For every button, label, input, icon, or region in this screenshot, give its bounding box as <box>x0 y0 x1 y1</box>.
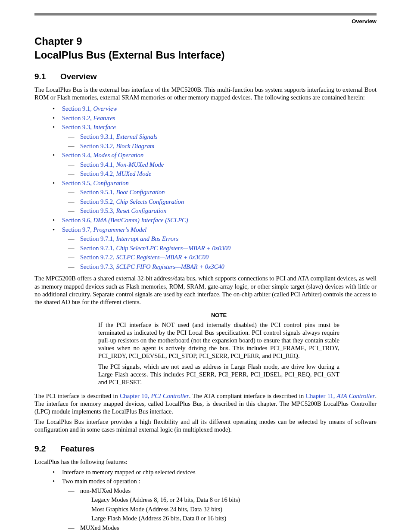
xref-title: MUXed Mode <box>116 170 151 177</box>
xref-title: Overview <box>93 105 118 112</box>
xref-ref: Chapter 10 <box>120 392 148 399</box>
xref-ref: Section 9.5.1 <box>80 189 113 196</box>
header-section-label: Overview <box>34 18 377 25</box>
overview-intro: The LocalPlus Bus is the external bus in… <box>34 86 377 101</box>
toc-item: Section 9.7.1, Chip Select/LPC Registers… <box>68 244 377 253</box>
xref-title: External Signals <box>116 133 157 140</box>
toc-link[interactable]: Section 9.3.2, Block Diagram <box>80 143 154 149</box>
toc-list: Section 9.1, OverviewSection 9.2, Featur… <box>34 105 377 271</box>
section-9-2-heading: 9.2Features <box>34 444 377 454</box>
feature-text: MUXed Modes <box>80 524 119 531</box>
feature-text: Legacy Modes (Address 8, 16, or 24 bits,… <box>91 496 240 503</box>
toc-item: Section 9.5.2, Chip Selects Configuratio… <box>68 198 377 206</box>
features-intro: LocalPlus has the following features: <box>34 458 377 466</box>
toc-link[interactable]: Section 9.5.2, Chip Selects Configuratio… <box>80 198 184 205</box>
link-chapter-10[interactable]: Chapter 10, PCI Controller <box>120 392 189 399</box>
toc-link[interactable]: Section 9.7.2, SCLPC Registers—MBAR + 0x… <box>80 254 209 261</box>
toc-link[interactable]: Section 9.7.1, Interrupt and Bus Errors <box>80 235 178 242</box>
xref-ref: Section 9.5.2 <box>80 198 113 205</box>
xref-ref: Section 9.7.2 <box>80 254 113 261</box>
toc-item: Section 9.3.1, External Signals <box>68 133 377 141</box>
features-list: Interface to memory mapped or chip selec… <box>34 468 377 532</box>
xref-ref: Section 9.5.3 <box>80 207 113 214</box>
toc-link[interactable]: Section 9.5.1, Boot Configuration <box>80 189 165 196</box>
xref-title: Reset Configuration <box>116 207 166 214</box>
toc-item: Section 9.2, Features <box>53 114 377 123</box>
toc-item: Section 9.4.1, Non-MUXed Mode <box>68 161 377 169</box>
xref-ref: Section 9.2 <box>62 115 90 121</box>
feature-item: non-MUXed Modes <box>68 487 377 495</box>
xref-ref: Section 9.6 <box>62 217 90 224</box>
header-rule <box>34 13 377 16</box>
note-para-2: The PCI signals, which are not used as a… <box>98 363 339 386</box>
page: Overview Chapter 9 LocalPlus Bus (Extern… <box>0 0 411 532</box>
xref-ref: Section 9.3 <box>62 124 90 131</box>
chapter-number: Chapter 9 <box>34 35 377 48</box>
xref-ref: Section 9.4.2 <box>80 170 113 177</box>
xref-ref: Section 9.7.3 <box>80 263 113 270</box>
xref-title: DMA (BestComm) Interface (SCLPC) <box>93 217 188 224</box>
feature-text: Interface to memory mapped or chip selec… <box>62 469 196 476</box>
chapter-title: LocalPlus Bus (External Bus Interface) <box>34 49 377 62</box>
toc-item: Section 9.4, Modes of Operation <box>53 151 377 160</box>
toc-link[interactable]: Section 9.2, Features <box>62 115 115 121</box>
note-block: NOTE If the PCI interface is NOT used (a… <box>98 312 339 386</box>
xref-ref: Section 9.7.1 <box>80 235 113 242</box>
toc-link[interactable]: Section 9.1, Overview <box>62 105 117 112</box>
toc-link[interactable]: Section 9.6, DMA (BestComm) Interface (S… <box>62 217 188 224</box>
toc-link[interactable]: Section 9.7, Programmer's Model <box>62 226 146 233</box>
toc-link[interactable]: Section 9.5, Configuration <box>62 180 129 187</box>
toc-item: Section 9.4.2, MUXed Mode <box>68 170 377 178</box>
toc-link[interactable]: Section 9.3.1, External Signals <box>80 133 158 140</box>
feature-item: Two main modes of operation : <box>53 477 377 486</box>
xref-title: Block Diagram <box>116 143 154 149</box>
toc-item: Section 9.5.1, Boot Configuration <box>68 188 377 197</box>
toc-item: Section 9.7, Programmer's Model <box>53 226 377 234</box>
overview-para4: The LocalPlus Bus interface provides a h… <box>34 418 377 433</box>
section-title: Overview <box>60 72 97 81</box>
feature-text: non-MUXed Modes <box>80 487 131 494</box>
toc-link[interactable]: Section 9.7.3, SCLPC FIFO Registers—MBAR… <box>80 263 224 270</box>
xref-title: Interrupt and Bus Errors <box>116 235 178 242</box>
feature-item: Interface to memory mapped or chip selec… <box>53 468 377 477</box>
xref-ref: Section 9.3.2 <box>80 143 113 149</box>
feature-text: Most Graphics Mode (Address 24 bits, Dat… <box>91 506 222 513</box>
xref-title: Boot Configuration <box>116 189 165 196</box>
text: . The ATA compliant interface is describ… <box>189 392 306 399</box>
text: The PCI interface is described in <box>34 392 120 399</box>
toc-link[interactable]: Section 9.4.2, MUXed Mode <box>80 170 151 177</box>
xref-title: SCLPC Registers—MBAR + 0x3C00 <box>116 254 209 261</box>
feature-item: Large Flash Mode (Address 26 bits, Data … <box>91 514 377 523</box>
feature-text: Large Flash Mode (Address 26 bits, Data … <box>91 515 226 522</box>
feature-item: Most Graphics Mode (Address 24 bits, Dat… <box>91 505 377 514</box>
xref-title: Chip Selects Configuration <box>116 198 184 205</box>
link-chapter-11[interactable]: Chapter 11, ATA Controller <box>305 392 375 399</box>
toc-item: Section 9.5, Configuration <box>53 179 377 188</box>
xref-title: PCI Controller <box>151 392 189 399</box>
section-number: 9.1 <box>34 72 60 81</box>
feature-item: MUXed Modes <box>68 524 377 532</box>
xref-title: Chip Select/LPC Registers—MBAR + 0x0300 <box>116 245 230 252</box>
xref-ref: Section 9.7 <box>62 226 90 233</box>
xref-ref: Chapter 11 <box>305 392 333 399</box>
xref-ref: Section 9.4.1 <box>80 161 113 168</box>
toc-item: Section 9.1, Overview <box>53 105 377 113</box>
toc-link[interactable]: Section 9.3, Interface <box>62 124 116 131</box>
xref-title: Programmer's Model <box>93 226 147 233</box>
xref-ref: Section 9.7.1 <box>80 245 113 252</box>
toc-link[interactable]: Section 9.4, Modes of Operation <box>62 152 143 159</box>
xref-title: Configuration <box>93 180 129 187</box>
xref-title: Interface <box>93 124 116 131</box>
xref-title: SCLPC FIFO Registers—MBAR + 0x3C40 <box>116 263 224 270</box>
overview-para3: The PCI interface is described in Chapte… <box>34 392 377 415</box>
feature-item: Legacy Modes (Address 8, 16, or 24 bits,… <box>91 496 377 504</box>
toc-link[interactable]: Section 9.5.3, Reset Configuration <box>80 207 167 214</box>
xref-title: ATA Controller <box>337 392 375 399</box>
toc-link[interactable]: Section 9.4.1, Non-MUXed Mode <box>80 161 164 168</box>
xref-title: Features <box>93 115 115 121</box>
toc-link[interactable]: Section 9.7.1, Chip Select/LPC Registers… <box>80 245 230 252</box>
toc-item: Section 9.7.2, SCLPC Registers—MBAR + 0x… <box>68 253 377 262</box>
section-9-1-heading: 9.1Overview <box>34 72 377 81</box>
section-title: Features <box>60 444 94 453</box>
xref-ref: Section 9.3.1 <box>80 133 113 140</box>
